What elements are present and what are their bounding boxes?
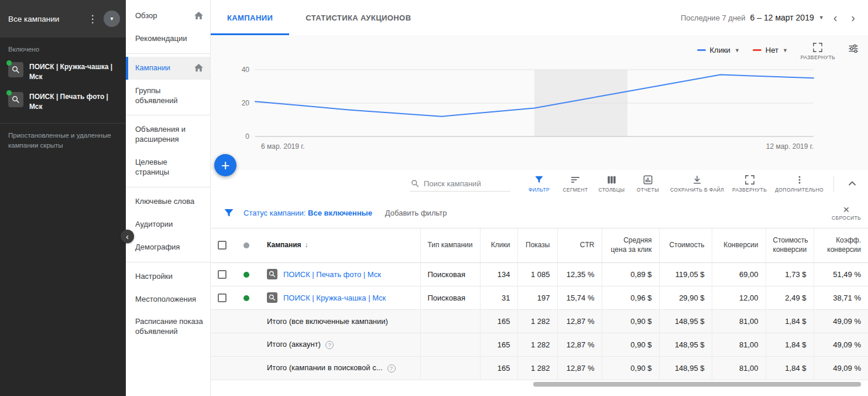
status-dot-enabled: [6, 60, 12, 66]
nav-item-8[interactable]: Демография: [126, 236, 210, 259]
col-header-avg-cpc[interactable]: Средняя цена за клик: [602, 228, 659, 262]
search-input[interactable]: [424, 179, 509, 188]
chart-settings-button[interactable]: [848, 41, 860, 56]
more-button[interactable]: ДОПОЛНИТЕЛЬНО: [771, 173, 828, 195]
col-header-ctr[interactable]: CTR: [557, 228, 602, 262]
kebab-menu-icon[interactable]: ⋮: [87, 13, 98, 25]
tab-auction-insights-label: СТАТИСТИКА АУКЦИОНОВ: [306, 13, 411, 22]
collapse-panel-button[interactable]: [840, 175, 864, 194]
metric-cell: 2,49 $: [766, 286, 814, 309]
table-toolbar: ФИЛЬТР СЕГМЕНТ СТОЛБЦЫ ОТЧЕТЫ: [211, 170, 868, 198]
row-checkbox[interactable]: [218, 270, 227, 279]
all-campaigns-title: Все кампании: [8, 15, 87, 23]
segment-button[interactable]: СЕГМЕНТ: [557, 173, 593, 195]
clicks-line-chart: 020406 мар. 2019 г.12 мар. 2019 г.: [211, 59, 868, 170]
tab-auction-insights[interactable]: СТАТИСТИКА АУКЦИОНОВ: [289, 0, 427, 35]
metric-cell: 1,84 $: [766, 356, 814, 380]
nav-divider: [126, 262, 210, 262]
add-filter-button[interactable]: Добавить фильтр: [385, 209, 447, 217]
help-icon[interactable]: ?: [325, 341, 334, 349]
campaign-type-cell: Поисковая: [420, 286, 480, 309]
nav-item-10[interactable]: Местоположения: [126, 288, 210, 311]
col-header-cost-per-conv[interactable]: Стоимость конверсии: [766, 228, 814, 262]
x-axis-end-label: 12 мар. 2019 г.: [766, 142, 814, 151]
nav-item-9[interactable]: Настройки: [126, 265, 210, 288]
help-icon[interactable]: ?: [387, 364, 396, 373]
col-header-cost[interactable]: Стоимость: [659, 228, 712, 262]
sidebar-campaign-item[interactable]: ПОИСК | Кружка-чашка | Мск: [0, 57, 126, 87]
col-header-clicks[interactable]: Клики: [480, 228, 517, 262]
campaign-search: [410, 176, 510, 192]
metric-cell: 0,90 $: [602, 356, 659, 380]
nav-item-4[interactable]: Объявления и расширения: [126, 118, 210, 151]
y-tick-label: 20: [242, 99, 250, 107]
sidebar-collapse-button[interactable]: ‹: [121, 230, 134, 243]
nav-item-7[interactable]: Аудитории: [126, 213, 210, 236]
nav-divider: [126, 53, 210, 54]
metric-cell: 0,89 $: [602, 262, 659, 286]
chevron-down-icon[interactable]: ▼: [819, 15, 824, 21]
nav-list: ОбзорРекомендацииКампанииГруппы объявлен…: [126, 5, 210, 343]
metric-cell: 1,73 $: [766, 262, 814, 286]
metric-selector-secondary[interactable]: Нет ▼: [753, 41, 788, 54]
nav-item-5[interactable]: Целевые страницы: [126, 151, 210, 184]
col-header-impressions[interactable]: Показы: [517, 228, 557, 262]
nav-item-6[interactable]: Ключевые слова: [126, 190, 210, 213]
download-icon: [692, 175, 702, 185]
col-header-conv-rate[interactable]: Коэфф. конверсии: [814, 228, 868, 262]
tab-campaigns[interactable]: КАМПАНИИ: [211, 0, 289, 35]
sort-descending-icon: ↓: [305, 241, 308, 249]
chart-expand-button[interactable]: РАЗВЕРНУТЬ: [801, 41, 835, 60]
nav-item-0[interactable]: Обзор: [126, 5, 210, 28]
filter-button[interactable]: ФИЛЬТР: [521, 173, 557, 195]
columns-icon: [607, 175, 616, 185]
metric-cell: 1,84 $: [766, 333, 814, 356]
metric-cell: 12,87 %: [557, 356, 602, 380]
expand-icon: [745, 175, 754, 185]
nav-item-11[interactable]: Расписание показа объявлений: [126, 310, 210, 343]
campaign-icon: [267, 292, 277, 303]
download-button[interactable]: СОХРАНИТЬ В ФАЙЛ: [666, 173, 728, 195]
metric-cell: 1,84 $: [766, 309, 814, 333]
row-checkbox[interactable]: [218, 293, 227, 302]
metric-cell: 12,87 %: [557, 309, 602, 333]
campaign-link[interactable]: ПОИСК | Кружка-чашка | Мск: [283, 293, 386, 302]
date-next-button[interactable]: ›: [846, 11, 860, 25]
active-filter-chip[interactable]: Статус кампании: Все включенные: [243, 209, 372, 217]
metric-cell: 0,96 $: [602, 286, 659, 309]
nav-sidebar: ОбзорРекомендацииКампанииГруппы объявлен…: [126, 0, 211, 396]
nav-item-label: Рекомендации: [135, 34, 187, 44]
horizontal-scrollbar: [211, 382, 868, 387]
select-all-checkbox[interactable]: [218, 241, 227, 250]
nav-item-1[interactable]: Рекомендации: [126, 28, 210, 50]
date-range-value[interactable]: 6 – 12 март 2019: [750, 13, 814, 22]
col-header-type[interactable]: Тип кампании: [420, 228, 480, 262]
campaign-link[interactable]: ПОИСК | Печать фото | Мск: [283, 270, 381, 279]
add-campaign-button[interactable]: +: [214, 154, 236, 176]
columns-button[interactable]: СТОЛБЦЫ: [593, 173, 630, 195]
divider: [833, 176, 834, 192]
metric-cell: 148,95 $: [659, 356, 712, 380]
nav-item-label: Кампании: [135, 63, 170, 73]
col-header-conversions[interactable]: Конверсии: [712, 228, 766, 262]
nav-item-2[interactable]: Кампании: [126, 57, 210, 80]
totals-label: Итого (кампании в поисковой с...?: [211, 356, 420, 380]
search-campaign-icon: [12, 95, 20, 104]
metric-cell: 49,09 %: [814, 356, 868, 380]
sidebar-campaign-item[interactable]: ПОИСК | Печать фото | Мск: [0, 87, 126, 117]
expand-table-button[interactable]: РАЗВЕРНУТЬ: [728, 173, 771, 195]
totals-label: Итого (все включенные кампании): [211, 309, 420, 333]
metric-cell: 12,87 %: [557, 333, 602, 356]
account-avatar[interactable]: ▾: [104, 11, 120, 27]
download-button-label: СОХРАНИТЬ В ФАЙЛ: [670, 187, 724, 193]
col-header-campaign[interactable]: Кампания↓: [260, 228, 420, 262]
reset-filters-button[interactable]: × СБРОСИТЬ: [832, 205, 861, 221]
x-axis-start-label: 6 мар. 2019 г.: [261, 142, 305, 151]
nav-item-3[interactable]: Группы объявлений: [126, 80, 210, 112]
date-prev-button[interactable]: ‹: [829, 11, 842, 25]
reports-button[interactable]: ОТЧЕТЫ: [630, 173, 666, 195]
metric-selector-primary[interactable]: Клики ▼: [697, 41, 740, 54]
metric-cell: 12,35 %: [557, 262, 602, 286]
scrollbar-thumb[interactable]: [533, 382, 861, 387]
nav-item-label: Ключевые слова: [135, 197, 194, 207]
